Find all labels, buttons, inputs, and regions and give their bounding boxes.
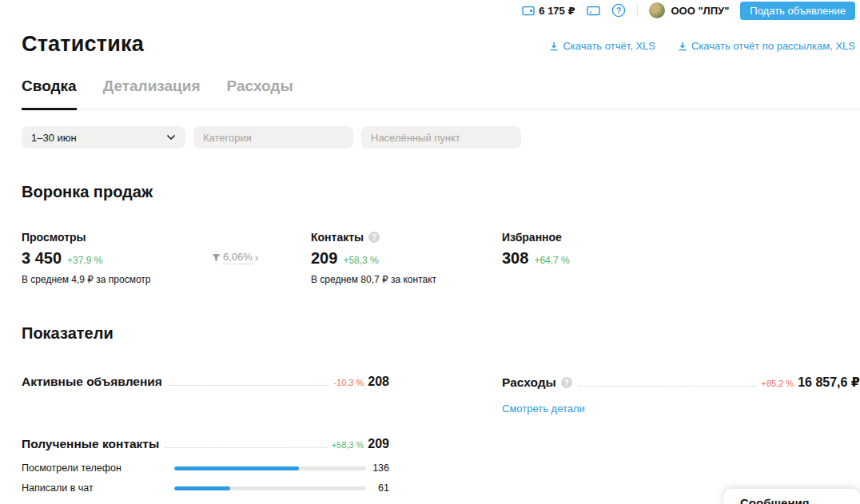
received-contacts-change: +58,3 %: [332, 440, 364, 450]
indicators-grid: Активные объявления -10,3 % 208 Полученн…: [22, 375, 860, 504]
bar-track: [174, 486, 366, 490]
bar-track: [174, 466, 366, 470]
views-to-contacts-conversion[interactable]: 6,06% ›: [212, 251, 258, 264]
chevron-down-icon: [166, 134, 176, 141]
account-menu[interactable]: ООО "ЛПУ": [649, 2, 730, 18]
tabs: Сводка Детализация Расходы: [22, 77, 860, 109]
filters: 1–30 июн: [22, 126, 860, 149]
location-input[interactable]: [361, 126, 521, 149]
card-icon[interactable]: [587, 6, 600, 16]
contacts-change: +58,3 %: [343, 255, 378, 266]
sales-funnel: Просмотры 3 450 +37,9 % В среднем 4,9 ₽ …: [22, 231, 860, 280]
chevron-right-icon: ›: [255, 252, 258, 264]
active-ads-label: Активные объявления: [22, 375, 162, 389]
contacts-value: 209: [311, 249, 337, 268]
funnel-title: Воронка продаж: [22, 183, 860, 201]
messenger-widget[interactable]: Сообщения: [723, 489, 860, 504]
indicators-title: Показатели: [22, 324, 860, 343]
see-details-link[interactable]: Смотреть детали: [502, 403, 585, 415]
received-contacts-block: Полученные контакты +58,3 % 209 Посмотре…: [22, 437, 389, 504]
tab-summary[interactable]: Сводка: [22, 77, 77, 109]
views-value: 3 450: [22, 249, 62, 268]
bar-fill: [174, 486, 230, 490]
funnel-contacts: Контакты ? 209 +58,3 % В среднем 80,7 ₽ …: [311, 231, 436, 285]
help-icon[interactable]: ?: [611, 3, 626, 18]
received-contacts-label: Полученные контакты: [22, 437, 159, 451]
funnel-favorites: Избранное 308 +64,7 %: [502, 231, 570, 268]
favorites-change: +64,7 %: [534, 255, 569, 266]
funnel-filter-icon: [212, 253, 221, 262]
indicators-left-column: Активные объявления -10,3 % 208 Полученн…: [22, 375, 389, 504]
expenses-label: Расходы ?: [502, 375, 572, 390]
download-report-link[interactable]: Скачать отчёт, XLS: [549, 40, 655, 52]
statistics-page: 6 175 ₽ ? ООО "ЛПУ" Подать объявление Ст…: [0, 0, 860, 504]
indicators-right-column: Расходы ? +85,2 % 16 857,6 ₽ Смотреть де…: [502, 375, 860, 504]
bar-row-chat: Написали в чат 61: [22, 482, 389, 494]
balance-amount: 6 175 ₽: [539, 5, 575, 17]
expenses-row: Расходы ? +85,2 % 16 857,6 ₽: [502, 375, 860, 390]
expenses-change: +85,2 %: [761, 379, 794, 388]
dotted-leader: [579, 386, 757, 387]
dotted-leader: [169, 385, 329, 386]
views-change: +37,9 %: [67, 255, 102, 266]
views-average: В среднем 4,9 ₽ за просмотр: [22, 274, 150, 285]
header-divider: [637, 4, 638, 17]
download-icon: [678, 42, 687, 51]
tab-details[interactable]: Детализация: [103, 77, 201, 109]
contacts-help-icon[interactable]: ?: [368, 232, 380, 243]
wallet-icon: [522, 6, 535, 16]
expenses-value: 16 857,6 ₽: [798, 375, 860, 390]
period-select[interactable]: 1–30 июн: [22, 126, 185, 149]
avatar: [649, 2, 665, 18]
page-title: Статистика: [22, 32, 144, 57]
funnel-views: Просмотры 3 450 +37,9 % В среднем 4,9 ₽ …: [22, 231, 150, 285]
contacts-bar-chart: Посмотрели телефон 136 Написали в чат 61…: [22, 462, 389, 504]
contacts-average: В среднем 80,7 ₽ за контакт: [311, 274, 436, 285]
category-input[interactable]: [193, 126, 353, 149]
expenses-help-icon[interactable]: ?: [561, 377, 572, 388]
bar-fill: [174, 466, 299, 470]
messenger-title: Сообщения: [740, 496, 809, 504]
main-content: Статистика Скачать отчёт, XLS: [22, 32, 860, 504]
tab-expenses[interactable]: Расходы: [227, 77, 293, 109]
wallet-balance[interactable]: 6 175 ₽: [522, 5, 575, 17]
account-name: ООО "ЛПУ": [671, 5, 730, 17]
bar-row-phone: Посмотрели телефон 136: [22, 462, 389, 474]
dotted-leader: [165, 447, 326, 448]
download-icon: [549, 42, 559, 51]
received-contacts-row: Полученные контакты +58,3 % 209: [22, 437, 389, 451]
top-header: 6 175 ₽ ? ООО "ЛПУ" Подать объявление: [0, 0, 860, 21]
active-ads-row: Активные объявления -10,3 % 208: [22, 375, 389, 389]
favorites-value: 308: [502, 249, 528, 268]
download-mailing-report-link[interactable]: Скачать отчёт по рассылкам, XLS: [678, 40, 855, 52]
post-ad-button[interactable]: Подать объявление: [740, 2, 855, 20]
received-contacts-value: 209: [368, 437, 389, 451]
active-ads-value: 208: [368, 375, 389, 389]
active-ads-change: -10,3 %: [333, 378, 364, 387]
svg-text:?: ?: [615, 6, 620, 15]
